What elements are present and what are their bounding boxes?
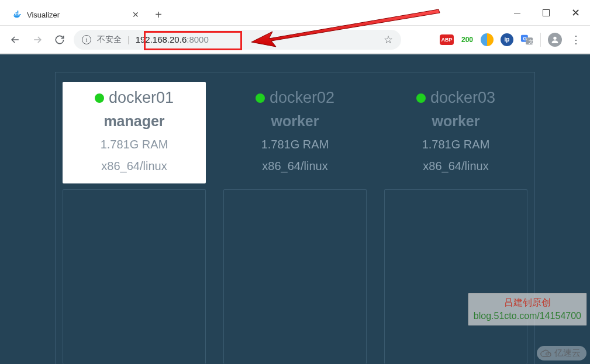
reload-button[interactable]: [51, 32, 68, 48]
node-tasks-area: [63, 189, 206, 364]
node-name: docker03: [390, 89, 522, 107]
node-card[interactable]: docker02 worker 1.781G RAM x86_64/linux: [223, 82, 367, 183]
tab-close-icon[interactable]: ✕: [132, 10, 139, 19]
nodes-container: docker01 manager 1.781G RAM x86_64/linux…: [55, 72, 535, 364]
node-role: manager: [68, 113, 200, 130]
not-secure-label: 不安全: [97, 34, 122, 45]
node-card[interactable]: docker01 manager 1.781G RAM x86_64/linux: [63, 82, 206, 183]
google-translate-icon[interactable]: G文: [520, 33, 533, 46]
node-arch: x86_64/linux: [68, 160, 200, 173]
maximize-button[interactable]: [532, 0, 561, 26]
svg-point-10: [553, 36, 556, 39]
watermark: 吕建钊原创 blog.51cto.com/14154700: [468, 293, 586, 325]
svg-text:G: G: [523, 36, 527, 41]
node-name: docker02: [229, 89, 361, 107]
separator: |: [127, 35, 130, 44]
window-controls: ✕: [502, 0, 590, 26]
node-name-text: docker01: [109, 89, 174, 107]
url-host: 192.168.20.6: [136, 34, 187, 44]
new-tab-button[interactable]: +: [150, 6, 167, 23]
status-dot-icon: [256, 93, 265, 103]
watermark-line2: blog.51cto.com/14154700: [474, 310, 581, 323]
node-ram: 1.781G RAM: [229, 138, 361, 151]
toolbar: 不安全 | 192.168.20.6:8000 ☆ ABP 200 ip G文 …: [0, 26, 590, 54]
minimize-button[interactable]: [502, 0, 532, 26]
node-docker02: docker02 worker 1.781G RAM x86_64/linux: [223, 82, 367, 364]
node-role: worker: [390, 113, 522, 130]
favicon-icon: [13, 10, 22, 19]
page-content: docker01 manager 1.781G RAM x86_64/linux…: [0, 54, 590, 364]
avast-icon[interactable]: [481, 33, 494, 46]
status-dot-icon: [95, 93, 104, 103]
extension-200-icon[interactable]: 200: [461, 33, 474, 46]
node-role: worker: [229, 113, 361, 130]
node-name: docker01: [68, 89, 200, 107]
svg-rect-3: [16, 12, 17, 13]
browser-tab[interactable]: Visualizer ✕: [6, 4, 146, 25]
tab-bar: Visualizer ✕ +: [0, 0, 590, 26]
node-docker01: docker01 manager 1.781G RAM x86_64/linux: [63, 82, 206, 364]
svg-rect-2: [17, 14, 18, 15]
node-tasks-area: [223, 189, 367, 364]
svg-rect-0: [14, 14, 15, 15]
cloud-icon: [540, 349, 552, 358]
node-tasks-area: [384, 189, 527, 364]
svg-text:文: 文: [529, 39, 533, 44]
yisu-text: 亿速云: [554, 348, 581, 359]
node-ram: 1.781G RAM: [68, 138, 200, 151]
node-card[interactable]: docker03 worker 1.781G RAM x86_64/linux: [384, 82, 527, 183]
yisu-watermark: 亿速云: [537, 346, 586, 360]
node-name-text: docker03: [430, 89, 495, 107]
ip-extension-icon[interactable]: ip: [501, 33, 513, 46]
back-button[interactable]: [7, 32, 23, 48]
menu-button[interactable]: ⋮: [569, 33, 583, 46]
toolbar-divider: [540, 33, 541, 47]
adblock-icon[interactable]: ABP: [440, 34, 454, 45]
svg-point-11: [546, 352, 548, 355]
node-arch: x86_64/linux: [229, 160, 361, 173]
svg-rect-5: [17, 11, 18, 12]
bookmark-star-icon[interactable]: ☆: [384, 33, 393, 46]
window-close-button[interactable]: ✕: [561, 0, 590, 26]
node-ram: 1.781G RAM: [390, 138, 522, 151]
forward-button[interactable]: [29, 32, 46, 48]
watermark-line1: 吕建钊原创: [474, 296, 581, 309]
status-dot-icon: [416, 93, 426, 103]
site-info-icon[interactable]: [82, 35, 91, 44]
svg-rect-4: [17, 12, 18, 13]
profile-avatar-icon[interactable]: [548, 33, 562, 47]
svg-rect-1: [16, 14, 17, 15]
node-arch: x86_64/linux: [390, 160, 522, 173]
extension-area: ABP 200 ip G文 ⋮: [440, 33, 583, 47]
address-bar[interactable]: 不安全 | 192.168.20.6:8000 ☆: [74, 30, 401, 50]
tab-title: Visualizer: [27, 11, 127, 19]
node-name-text: docker02: [270, 89, 334, 107]
url-port: :8000: [187, 34, 209, 44]
url-text: 192.168.20.6:8000: [136, 34, 209, 44]
